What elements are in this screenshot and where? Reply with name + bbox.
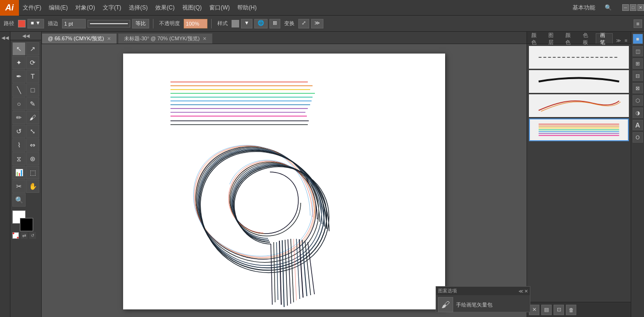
tool-width[interactable]: ⇔ (26, 138, 39, 152)
fr-pathfinder-btn[interactable]: ⊠ (633, 83, 643, 93)
rainbow-lines (170, 82, 315, 125)
style-btn[interactable]: ▼ (241, 19, 253, 28)
color-row: ⇄ ↺ (12, 232, 39, 239)
tab-0[interactable]: @ 66.67% (CMYK/预览) ✕ (42, 33, 117, 44)
reset-colors[interactable]: ↺ (29, 232, 36, 239)
artwork-svg (123, 54, 445, 309)
menu-file[interactable]: 文件(F) (19, 0, 45, 15)
canvas-scroll[interactable] (42, 44, 527, 317)
widget-brush-icon[interactable]: 🖌 (438, 297, 453, 312)
menu-object[interactable]: 对象(O) (72, 0, 98, 15)
panel-lib-btn[interactable]: ▤ (541, 305, 552, 315)
brush-item-2[interactable] (529, 70, 629, 93)
widget-close-btn[interactable]: ✕ (524, 289, 528, 294)
menu-help[interactable]: 帮助(H) (233, 0, 260, 15)
opacity-input[interactable] (184, 19, 207, 28)
ratio-box[interactable]: 等比 (132, 19, 149, 28)
search-btn[interactable]: 🔍 (602, 3, 615, 12)
toolbar: 路径 ■ ▼ 描边 等比 不透明度 样式 ▼ 🌐 ⊞ 变换 ⤢ ≫ ≡ (0, 16, 644, 32)
fr-type-btn[interactable]: A (633, 120, 643, 130)
tool-column-graph[interactable]: 📊 (12, 166, 26, 179)
close-button[interactable]: ✕ (637, 4, 644, 11)
tool-symbol[interactable]: ⊛ (26, 152, 39, 165)
stroke-type-btn[interactable]: ■ ▼ (27, 19, 44, 28)
fr-stroke-btn[interactable]: ⬡ (633, 95, 643, 106)
maximize-button[interactable]: □ (630, 4, 636, 11)
fr-color-btn[interactable]: ■ (633, 34, 643, 44)
left-collapse-panel: ◀◀ (0, 32, 10, 317)
panel-tab-color2[interactable]: 颜色 (561, 33, 578, 44)
svg-line-15 (279, 241, 281, 305)
tool-rect[interactable]: □ (26, 83, 39, 97)
tool-select[interactable]: ↖ (12, 42, 26, 55)
tool-blend[interactable]: ⧖ (12, 152, 26, 165)
fr-char-btn[interactable]: O (633, 132, 643, 143)
panel-options-btn[interactable]: ⊡ (554, 305, 564, 315)
tool-paint[interactable]: ✎ (26, 97, 39, 110)
panel-delete-btn[interactable]: 🗑 (566, 305, 576, 315)
tool-artboard[interactable]: ⬚ (26, 166, 39, 179)
tools-grid: ↖ ↗ ✦ ⟳ ✒ T ╲ □ ○ ✎ ✏ 🖌 ↺ ⤡ ⌇ ⇔ ⧖ ⊛ 📊 ⬚ … (10, 40, 41, 208)
panel-tab-layers[interactable]: 图层 (544, 33, 561, 44)
stroke-width-input[interactable] (62, 19, 86, 28)
panel-menu-btn[interactable]: ≡ (623, 37, 629, 44)
brush-panel[interactable] (527, 44, 631, 302)
brush-item-1[interactable] (529, 46, 629, 69)
menu-select[interactable]: 选择(S) (125, 0, 152, 15)
tool-warp[interactable]: ⌇ (12, 138, 26, 152)
tab-0-close[interactable]: ✕ (107, 36, 111, 41)
tool-slice[interactable]: ✂ (12, 180, 26, 193)
tool-magic-wand[interactable]: ✦ (12, 56, 26, 69)
brush-item-3[interactable] (529, 94, 629, 117)
panel-expand-btn[interactable]: ≫ (615, 37, 622, 44)
arrange-btn[interactable]: ≡ (634, 19, 642, 28)
tool-direct-select[interactable]: ↗ (26, 42, 39, 55)
tool-brush[interactable]: 🖌 (26, 111, 39, 124)
more-btn[interactable]: ≫ (311, 19, 323, 28)
tools-collapse-btn[interactable]: ◀◀ (10, 32, 41, 40)
tool-type[interactable]: T (26, 70, 39, 83)
globe-btn[interactable]: 🌐 (254, 19, 268, 28)
main-area: ◀◀ ◀◀ ↖ ↗ ✦ ⟳ ✒ T ╲ □ ○ ✎ ✏ 🖌 ↺ ⤡ ⌇ ⇔ ⧖ … (0, 32, 644, 317)
panel-tab-color[interactable]: 颜色 (527, 33, 544, 44)
tab-1-close[interactable]: ✕ (203, 36, 206, 41)
stroke-label: 描边 (46, 20, 60, 27)
panel-new-btn[interactable]: ✕ (529, 305, 539, 315)
fr-transform-btn[interactable]: ⊞ (633, 58, 643, 69)
swap-colors[interactable]: ⇄ (21, 232, 27, 239)
style-swatch[interactable] (232, 20, 239, 27)
tool-line[interactable]: ╲ (12, 83, 26, 97)
tool-ellipse[interactable]: ○ (12, 97, 26, 110)
none-swatch[interactable] (12, 232, 19, 239)
tool-scale[interactable]: ⤡ (26, 125, 39, 138)
tool-pen[interactable]: ✒ (12, 70, 26, 83)
brush-item-4[interactable] (529, 118, 629, 141)
widget-label: 手绘画笔矢量包 (456, 301, 492, 308)
menu-effect[interactable]: 效果(C) (152, 0, 179, 15)
tab-1[interactable]: 未标题-30° @ 70% (CMYK/预览) ✕ (118, 33, 213, 44)
tool-rotate[interactable]: ↺ (12, 125, 26, 138)
panel-tab-brushes[interactable]: 画笔 (596, 33, 613, 44)
background-color[interactable] (20, 218, 33, 231)
menu-window[interactable]: 窗口(W) (206, 0, 233, 15)
menu-text[interactable]: 文字(T) (99, 0, 125, 15)
widget-collapse-btn[interactable]: ≪ (519, 289, 523, 294)
tool-lasso[interactable]: ⟳ (26, 56, 39, 69)
collapse-left-btn[interactable]: ◀◀ (1, 34, 9, 41)
tool-hand[interactable]: ✋ (26, 180, 39, 193)
panel-tab-swatches[interactable]: 色板 (579, 33, 596, 44)
workspace-preset[interactable]: 基本功能 (570, 3, 598, 13)
tool-pencil[interactable]: ✏ (12, 111, 26, 124)
menu-edit[interactable]: 编辑(E) (45, 0, 72, 15)
reflect-btn[interactable]: ⤢ (298, 19, 309, 28)
svg-line-17 (285, 240, 287, 306)
menu-view[interactable]: 视图(Q) (179, 0, 206, 15)
stroke-color-swatch[interactable] (18, 20, 26, 27)
minimize-button[interactable]: ─ (622, 4, 629, 11)
tool-zoom[interactable]: 🔍 (12, 193, 26, 207)
fr-gradient-btn[interactable]: ◑ (633, 108, 643, 118)
align-btn[interactable]: ⊞ (269, 19, 280, 28)
fr-align-btn[interactable]: ⊟ (633, 71, 643, 81)
fr-layers-btn[interactable]: ◫ (633, 46, 643, 56)
menu-right: 基本功能 🔍 (570, 3, 618, 13)
